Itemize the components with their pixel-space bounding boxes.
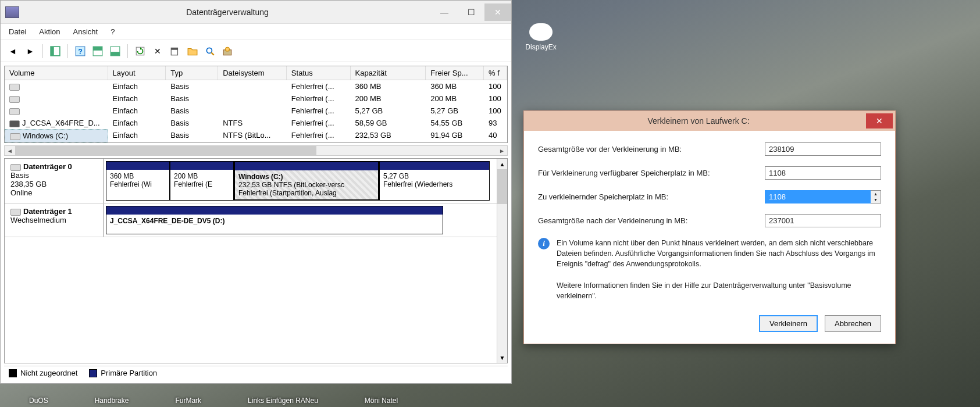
- spinner-up-icon[interactable]: ▲: [871, 191, 881, 197]
- available-label: Für Verkleinerung verfügbarer Speicherpl…: [538, 169, 765, 177]
- menu-help[interactable]: ?: [111, 27, 115, 36]
- info-text-2: Weitere Informationen finden Sie in der …: [557, 280, 881, 301]
- partition-header: [170, 162, 233, 170]
- window-title: Datenträgerverwaltung: [24, 8, 431, 17]
- svg-text:?: ?: [78, 47, 83, 55]
- total-after-label: Gesamtgröße nach der Verkleinerung in MB…: [538, 216, 765, 225]
- svg-rect-10: [171, 48, 177, 49]
- volume-table-header: Volume Layout Typ Dateisystem Status Kap…: [5, 66, 507, 80]
- col-layout[interactable]: Layout: [108, 66, 166, 80]
- menu-action[interactable]: Aktion: [39, 27, 60, 36]
- legend-swatch: [9, 369, 17, 377]
- spinner-down-icon[interactable]: ▼: [871, 197, 881, 204]
- volume-row[interactable]: EinfachBasisFehlerfrei (...360 MB360 MB1…: [5, 80, 507, 92]
- partition-header: [106, 162, 169, 170]
- volume-row[interactable]: EinfachBasisFehlerfrei (...200 MB200 MB1…: [5, 92, 507, 105]
- volume-table: Volume Layout Typ Dateisystem Status Kap…: [4, 66, 508, 143]
- close-button[interactable]: ✕: [484, 3, 511, 21]
- volume-row[interactable]: EinfachBasisFehlerfrei (...5,27 GB5,27 G…: [5, 105, 507, 117]
- vertical-scrollbar[interactable]: ▲ ▼: [497, 159, 507, 363]
- folder-icon[interactable]: [185, 44, 200, 59]
- total-before-label: Gesamtgröße vor der Verkleinerung in MB:: [538, 145, 765, 153]
- partition[interactable]: Windows (C:)232,53 GB NTFS (BitLocker-ve…: [234, 161, 379, 201]
- back-icon[interactable]: ◄: [5, 44, 20, 59]
- view-top-icon[interactable]: [90, 44, 105, 59]
- col-filesystem[interactable]: Dateisystem: [218, 66, 287, 80]
- taskbar-item[interactable]: DuOS: [29, 397, 48, 405]
- partition[interactable]: 5,27 GBFehlerfrei (Wiederhers: [379, 161, 490, 201]
- partition-header: [106, 206, 443, 215]
- horizontal-scrollbar[interactable]: ◄ ►: [4, 145, 508, 156]
- volume-row[interactable]: J_CCSA_X64FRE_D...EinfachBasisNTFSFehler…: [5, 117, 507, 129]
- shrink-amount-spinner[interactable]: ▲ ▼: [765, 190, 881, 204]
- help-icon[interactable]: ?: [73, 44, 88, 59]
- close-icon[interactable]: ✕: [866, 113, 893, 128]
- total-after-value: 237001: [765, 214, 881, 227]
- drive-icon: [10, 133, 20, 140]
- shrink-button[interactable]: Verkleinern: [759, 315, 818, 332]
- taskbar-item[interactable]: Handbrake: [95, 397, 129, 405]
- scroll-up-icon[interactable]: ▲: [497, 159, 507, 169]
- scroll-thumb[interactable]: [15, 146, 316, 155]
- col-free[interactable]: Freier Sp...: [426, 66, 484, 80]
- drive-icon: [9, 108, 20, 115]
- volume-row[interactable]: Windows (C:)EinfachBasisNTFS (BitLo...Fe…: [5, 129, 507, 142]
- desktop-icon-displayex[interactable]: DisplayEx: [521, 23, 561, 51]
- drive-icon: [9, 96, 20, 103]
- delete-icon[interactable]: ✕: [150, 44, 165, 59]
- col-volume[interactable]: Volume: [5, 66, 108, 80]
- properties-icon[interactable]: [168, 44, 183, 59]
- col-capacity[interactable]: Kapazität: [351, 66, 426, 80]
- cancel-button[interactable]: Abbrechen: [825, 315, 881, 332]
- total-before-value: 238109: [765, 142, 881, 156]
- desktop-taskbar-labels: DuOS Handbrake FurMark Links Einfügen RA…: [29, 397, 398, 405]
- legend-label: Primäre Partition: [101, 369, 157, 377]
- drive-icon: [9, 84, 20, 91]
- col-type[interactable]: Typ: [166, 66, 218, 80]
- info-text-1: Ein Volume kann nicht über den Punkt hin…: [557, 238, 881, 269]
- taskbar-item[interactable]: FurMark: [175, 397, 201, 405]
- partition[interactable]: J_CCSA_X64FRE_DE-DE_DV5 (D:): [106, 206, 443, 234]
- svg-point-11: [206, 48, 212, 53]
- maximize-button[interactable]: ☐: [458, 3, 484, 21]
- shrink-dialog: Verkleinern von Laufwerk C: ✕ Gesamtgröß…: [523, 110, 896, 344]
- scroll-thumb[interactable]: [497, 169, 507, 204]
- col-status[interactable]: Status: [287, 66, 351, 80]
- shrink-amount-input[interactable]: [765, 190, 871, 204]
- settings-icon[interactable]: [220, 44, 235, 59]
- scroll-right-icon[interactable]: ►: [497, 146, 507, 155]
- taskbar-item[interactable]: Möni Natel: [365, 397, 398, 405]
- svg-rect-1: [51, 47, 54, 56]
- desktop-icon-label: DisplayEx: [521, 43, 561, 51]
- view-bottom-icon[interactable]: [108, 44, 123, 59]
- panel-icon[interactable]: [48, 44, 63, 59]
- col-percent[interactable]: % f: [484, 66, 507, 80]
- titlebar[interactable]: Datenträgerverwaltung — ☐ ✕: [1, 1, 511, 24]
- menu-view[interactable]: Ansicht: [73, 27, 98, 36]
- dialog-titlebar[interactable]: Verkleinern von Laufwerk C: ✕: [524, 111, 895, 131]
- disk-label[interactable]: Datenträger 1Wechselmedium: [5, 204, 104, 237]
- legend-unallocated: Nicht zugeordnet: [9, 369, 77, 377]
- menubar: Datei Aktion Ansicht ?: [1, 24, 511, 40]
- scroll-left-icon[interactable]: ◄: [5, 146, 15, 155]
- partition-header: [380, 162, 489, 170]
- svg-line-12: [211, 52, 214, 55]
- partition[interactable]: 360 MBFehlerfrei (Wi: [106, 161, 170, 201]
- forward-icon[interactable]: ►: [23, 44, 38, 59]
- displayex-icon: [529, 23, 553, 41]
- disk-row: Datenträger 0Basis238,35 GBOnline360 MBF…: [5, 159, 497, 204]
- disk-icon: [10, 164, 21, 171]
- taskbar-item[interactable]: Links Einfügen RANeu: [248, 397, 318, 405]
- dialog-title: Verkleinern von Laufwerk C:: [531, 116, 866, 126]
- partition-header: [235, 162, 378, 170]
- shrink-amount-label: Zu verkleinernder Speicherplatz in MB:: [538, 192, 765, 201]
- menu-file[interactable]: Datei: [9, 27, 26, 36]
- refresh-icon[interactable]: [133, 44, 148, 59]
- disk-icon: [10, 209, 21, 216]
- minimize-button[interactable]: —: [431, 3, 458, 21]
- scroll-down-icon[interactable]: ▼: [497, 352, 507, 363]
- search-icon[interactable]: [202, 44, 218, 59]
- disk-label[interactable]: Datenträger 0Basis238,35 GBOnline: [5, 159, 104, 203]
- partition[interactable]: 200 MBFehlerfrei (E: [170, 161, 234, 201]
- legend-swatch: [89, 369, 97, 377]
